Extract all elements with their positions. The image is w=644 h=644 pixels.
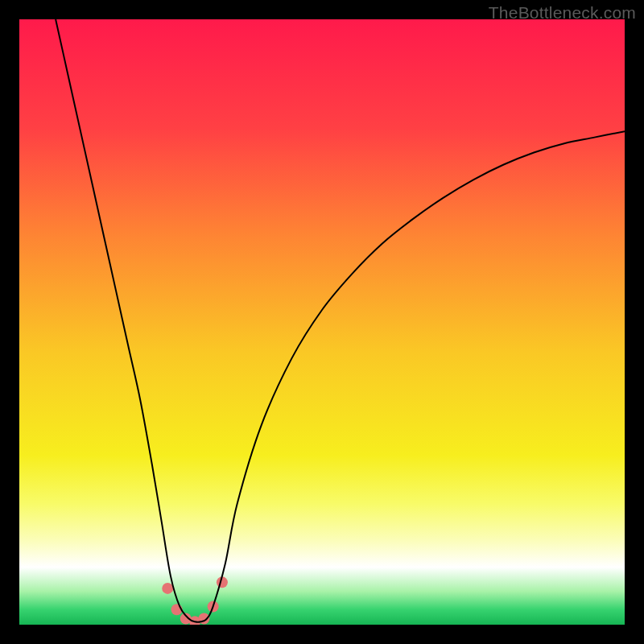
watermark-text: TheBottleneck.com bbox=[489, 3, 636, 23]
chart-frame bbox=[19, 19, 625, 625]
gradient-background bbox=[19, 19, 625, 625]
chart-svg bbox=[19, 19, 625, 625]
trough-marker bbox=[162, 583, 173, 594]
